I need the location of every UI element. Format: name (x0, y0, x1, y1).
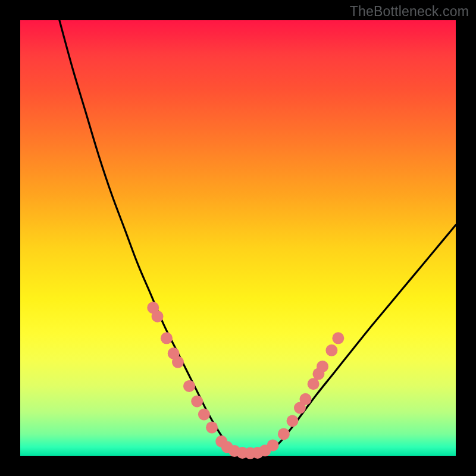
chart-plot-area (20, 20, 456, 456)
curve-marker (161, 332, 173, 344)
curve-marker (317, 361, 328, 372)
chart-svg (20, 20, 456, 456)
chart-frame: TheBottleneck.com (0, 0, 476, 476)
curve-marker (198, 408, 210, 420)
curve-marker (191, 396, 203, 408)
curve-marker (278, 428, 290, 440)
curve-marker (299, 393, 311, 405)
watermark-text: TheBottleneck.com (350, 4, 469, 20)
curve-markers-group (147, 302, 344, 459)
curve-marker (152, 311, 164, 322)
curve-marker (325, 345, 337, 356)
curve-marker (172, 356, 184, 368)
curve-marker (206, 421, 218, 433)
curve-marker (332, 332, 344, 344)
curve-marker (287, 415, 299, 427)
bottleneck-curve (60, 20, 456, 453)
curve-marker (183, 380, 195, 392)
curve-marker (267, 439, 279, 451)
